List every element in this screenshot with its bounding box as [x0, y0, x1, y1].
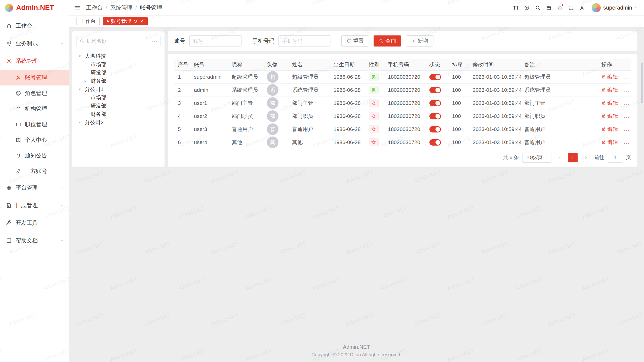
prev-page-button[interactable] — [555, 153, 565, 162]
footer-title: Admin.NET — [69, 344, 644, 350]
cell-gender: 女 — [365, 110, 384, 123]
tree-expand-icon[interactable]: ▸ — [79, 120, 85, 124]
sidebar-menu-item[interactable]: 平台管理 — [0, 179, 69, 197]
scrollbar-thumb[interactable] — [641, 63, 643, 103]
sidebar-menu-item[interactable]: 开发工具 — [0, 214, 69, 232]
table-row: 6 user4 其他 其 其他 1986-06-28 女 18020030720… — [174, 136, 631, 149]
tree-node[interactable]: ▸ 分公司2 — [76, 118, 160, 126]
breadcrumb-item[interactable]: 工作台 — [86, 4, 103, 12]
topbar-icon-button[interactable] — [532, 2, 543, 13]
tree-node[interactable]: ▾ 大名科技 — [76, 52, 160, 60]
username: superadmin — [603, 5, 632, 11]
tree-node[interactable]: ▾ 分公司1 — [76, 85, 160, 93]
tree-node[interactable]: ▸ 财务部 — [76, 77, 160, 85]
status-toggle[interactable] — [429, 87, 441, 93]
topbar-icon-button[interactable] — [566, 2, 577, 13]
cell-sort: 100 — [449, 123, 469, 136]
page-number-button[interactable]: 1 — [568, 153, 578, 162]
edit-button[interactable]: 编辑 — [601, 86, 618, 94]
status-toggle[interactable] — [429, 139, 441, 146]
status-toggle[interactable] — [429, 126, 441, 132]
tree-expand-icon[interactable]: ▸ — [85, 79, 91, 83]
sidebar-menu-item-label: 业务测试 — [16, 40, 38, 47]
more-actions-button[interactable]: ··· — [623, 114, 629, 120]
topbar-icon-button[interactable]: Tt — [510, 2, 521, 13]
account-input[interactable] — [189, 35, 242, 47]
view-tab[interactable]: 账号管理 — [103, 17, 148, 25]
cell-ops: 编辑 ··· — [598, 70, 631, 83]
pagination: 共 6 条 10条/页 1 前往 页 — [174, 153, 631, 163]
cell-sort: 100 — [449, 136, 469, 149]
more-actions-button[interactable]: ··· — [623, 127, 629, 133]
topbar-icon-button[interactable] — [521, 2, 532, 13]
status-toggle[interactable] — [429, 100, 441, 106]
bell-icon — [16, 153, 21, 158]
org-more-button[interactable]: ··· — [149, 36, 160, 46]
more-actions-button[interactable]: ··· — [623, 141, 629, 146]
sidebar-submenu-item[interactable]: 职位管理 — [0, 117, 69, 132]
sidebar-submenu-item[interactable]: 通知公告 — [0, 148, 69, 163]
more-actions-button[interactable]: ··· — [623, 101, 629, 107]
user-menu[interactable]: superadmin — [592, 3, 638, 12]
sidebar-submenu-item[interactable]: 个人中心 — [0, 132, 69, 148]
tree-node[interactable]: 市场部 — [76, 60, 160, 68]
tree-node-label: 财务部 — [91, 77, 106, 84]
sidebar-submenu-item-label: 机构管理 — [25, 105, 47, 113]
edit-button[interactable]: 编辑 — [601, 139, 618, 146]
cell-birthday: 1986-06-28 — [330, 136, 365, 149]
user-icon — [579, 5, 585, 11]
app-logo-icon — [5, 4, 13, 12]
view-tab[interactable]: 工作台 — [76, 17, 100, 25]
paper-plane-icon — [6, 41, 12, 47]
menu-toggle-icon[interactable] — [74, 5, 80, 11]
sidebar-submenu-item[interactable]: 机构管理 — [0, 101, 69, 117]
refresh-icon[interactable] — [133, 19, 137, 23]
close-icon[interactable] — [140, 19, 144, 23]
org-search-input[interactable] — [86, 38, 143, 44]
cell-status — [426, 70, 449, 83]
next-page-button[interactable] — [581, 153, 591, 162]
sidebar-submenu-item[interactable]: 三方账号 — [0, 163, 69, 179]
add-button[interactable]: 新增 — [406, 35, 433, 47]
avatar — [592, 3, 601, 12]
sidebar-submenu-item[interactable]: 账号管理 — [0, 70, 69, 85]
sidebar-menu-item[interactable]: 系统管理 — [0, 52, 69, 70]
topbar-icon-button[interactable] — [543, 2, 554, 13]
cell-status — [426, 83, 449, 97]
more-icon: ··· — [623, 114, 629, 120]
tree-expand-icon[interactable]: ▾ — [79, 54, 85, 58]
status-toggle[interactable] — [429, 74, 441, 80]
edit-button[interactable]: 编辑 — [601, 126, 618, 133]
phone-input[interactable] — [278, 35, 331, 47]
search-button[interactable]: 查询 — [374, 35, 401, 47]
user-square-icon — [16, 137, 21, 143]
page-size-select[interactable]: 10条/页 — [522, 153, 551, 163]
goto-page-input[interactable] — [608, 153, 622, 163]
cell-birthday: 1986-06-28 — [330, 123, 365, 136]
table-row: 3 user1 部门主管 部 部门主管 1986-06-28 女 1802003… — [174, 97, 631, 110]
edit-button[interactable]: 编辑 — [601, 100, 618, 107]
more-icon: ··· — [623, 101, 629, 107]
sidebar-menu-item[interactable]: 业务测试 — [0, 35, 69, 52]
breadcrumb-item[interactable]: 账号管理 — [132, 4, 162, 12]
topbar-icon-button[interactable] — [554, 2, 566, 13]
sidebar-menu-item[interactable]: 日志管理 — [0, 197, 69, 214]
reset-button[interactable]: 重置 — [341, 35, 369, 47]
sidebar-submenu-item[interactable]: 角色管理 — [0, 85, 69, 101]
more-actions-button[interactable]: ··· — [623, 75, 629, 80]
more-actions-button[interactable]: ··· — [623, 88, 629, 94]
edit-button[interactable]: 编辑 — [601, 113, 618, 120]
status-toggle[interactable] — [429, 113, 441, 119]
sidebar-menu-item[interactable]: 帮助文档 — [0, 232, 69, 249]
topbar-icon-button[interactable] — [577, 2, 588, 13]
tree-expand-icon[interactable]: ▾ — [79, 87, 85, 91]
tree-node[interactable]: 财务部 — [76, 110, 160, 118]
tree-node[interactable]: 市场部 — [76, 93, 160, 102]
cell-birthday: 1986-06-28 — [330, 110, 365, 123]
sidebar-submenu-item-label: 账号管理 — [25, 74, 47, 81]
breadcrumb-item[interactable]: 系统管理 — [103, 4, 132, 12]
tree-node[interactable]: 研发部 — [76, 68, 160, 77]
tree-node[interactable]: 研发部 — [76, 102, 160, 110]
edit-button[interactable]: 编辑 — [601, 73, 618, 80]
sidebar-menu-item[interactable]: 工作台 — [0, 17, 69, 35]
